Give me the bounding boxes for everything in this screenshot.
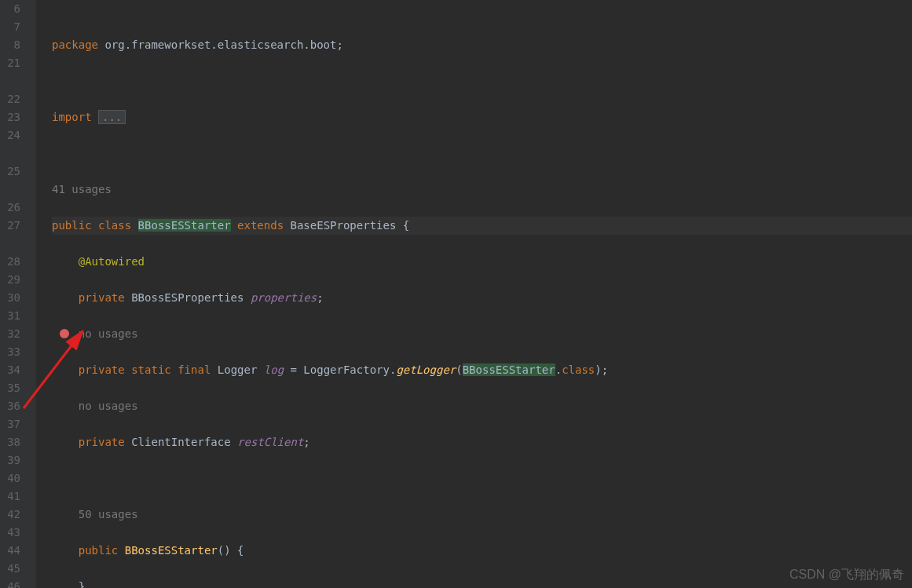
line-number[interactable]: 8	[0, 36, 35, 54]
line-number[interactable]: 46	[0, 578, 35, 588]
keyword: extends	[237, 219, 284, 232]
usages-hint[interactable]: 50 usages	[79, 508, 138, 520]
code-line[interactable]: import ...	[52, 108, 912, 126]
gutter[interactable]: 6 7 8 21 22 23 24 25 26 27 28 29 30 31 3…	[0, 0, 36, 588]
code-line[interactable]: private ClientInterface restClient;	[52, 433, 912, 451]
line-number[interactable]: 31	[0, 307, 35, 325]
code-line[interactable]: package org.frameworkset.elasticsearch.b…	[52, 36, 912, 54]
annotation: @Autowired	[79, 255, 145, 268]
line-number[interactable]: 40	[0, 469, 35, 488]
usages-hint[interactable]: 41 usages	[52, 183, 112, 195]
line-number[interactable]: 27	[0, 217, 35, 235]
line-number[interactable]: 29	[0, 271, 35, 289]
line-number[interactable]: 23	[0, 108, 35, 126]
code-line[interactable]: }	[52, 578, 912, 588]
keyword: private	[79, 291, 125, 304]
line-number[interactable]: 38	[0, 433, 35, 451]
line-number[interactable]: 33	[0, 343, 35, 361]
code-line[interactable]: private static final Logger log = Logger…	[52, 361, 912, 379]
line-number[interactable]: 39	[0, 451, 35, 469]
line-number[interactable]: 28	[0, 253, 35, 271]
text: org.frameworkset.elasticsearch.boot;	[98, 38, 343, 51]
line-number[interactable]: 35	[0, 379, 35, 397]
line-number[interactable]: 6	[0, 0, 35, 18]
code-line[interactable]	[52, 144, 912, 163]
line-number[interactable]: 30	[0, 289, 35, 307]
keyword: class	[98, 219, 131, 232]
line-number[interactable]: 41	[0, 488, 35, 506]
line-number[interactable]: 44	[0, 542, 35, 560]
inlay-hint-line: no usages	[52, 397, 912, 415]
line-number[interactable]	[0, 144, 35, 163]
keyword: import	[52, 111, 92, 123]
line-number[interactable]: 42	[0, 506, 35, 524]
line-number[interactable]: 22	[0, 90, 35, 108]
field: properties	[251, 291, 317, 304]
line-number[interactable]: 26	[0, 199, 35, 217]
line-number[interactable]: 45	[0, 560, 35, 578]
fold-placeholder[interactable]: ...	[98, 110, 126, 124]
inlay-hint-line: 50 usages	[52, 506, 912, 524]
usages-hint[interactable]: no usages	[79, 400, 138, 412]
code-line[interactable]	[52, 72, 912, 90]
line-number[interactable]	[0, 181, 35, 199]
keyword: package	[52, 38, 98, 51]
code-area[interactable]: package org.frameworkset.elasticsearch.b…	[52, 0, 912, 588]
inlay-hint-line: no usages	[52, 325, 912, 343]
line-number[interactable]: 7	[0, 18, 35, 36]
fold-column[interactable]	[36, 0, 52, 588]
code-line[interactable]: public BBossESStarter() {	[52, 542, 912, 560]
line-number[interactable]: 43	[0, 524, 35, 542]
line-number[interactable]	[0, 235, 35, 253]
keyword: public	[52, 219, 92, 232]
line-number[interactable]: 32	[0, 325, 35, 343]
watermark: CSDN @飞翔的佩奇	[789, 565, 904, 583]
line-number[interactable]: 25	[0, 163, 35, 181]
line-number[interactable]: 21	[0, 54, 35, 72]
line-number[interactable]: 34	[0, 361, 35, 379]
code-line[interactable]: private BBossESProperties properties;	[52, 289, 912, 307]
line-number[interactable]: 37	[0, 415, 35, 433]
inlay-hint-line: 41 usages	[52, 181, 912, 199]
line-number[interactable]: 36	[0, 397, 35, 415]
code-line[interactable]	[52, 469, 912, 488]
code-editor[interactable]: 6 7 8 21 22 23 24 25 26 27 28 29 30 31 3…	[0, 0, 912, 588]
code-line[interactable]: public class BBossESStarter extends Base…	[52, 217, 912, 235]
line-number[interactable]: 24	[0, 126, 35, 144]
code-line[interactable]: @Autowired	[52, 253, 912, 271]
line-number[interactable]	[0, 72, 35, 90]
class-name: BBossESStarter	[138, 219, 231, 232]
usages-hint[interactable]: no usages	[79, 327, 138, 340]
